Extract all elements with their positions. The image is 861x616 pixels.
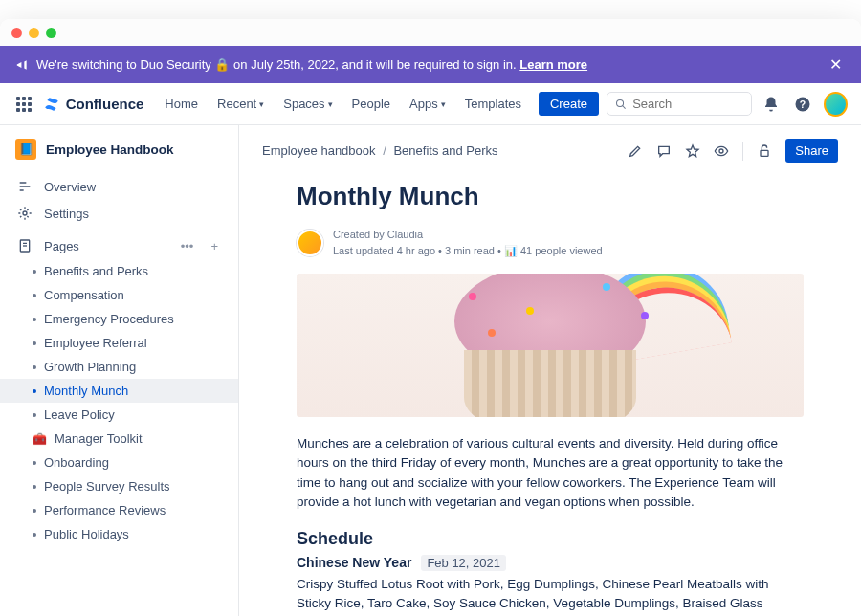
- schedule-heading: Schedule: [297, 529, 804, 549]
- product-name: Confluence: [66, 96, 144, 112]
- bullet-icon: [33, 341, 36, 345]
- content-header: Employee handbook / Benefits and Perks S…: [239, 125, 861, 170]
- nav-recent[interactable]: Recent▾: [210, 91, 272, 117]
- page-item-label: Benefits and Perks: [44, 264, 148, 278]
- help-button[interactable]: ?: [791, 92, 815, 117]
- close-window-button[interactable]: [11, 28, 22, 38]
- maximize-window-button[interactable]: [46, 28, 56, 38]
- sidebar: 📘 Employee Handbook Overview Settings Pa…: [0, 125, 239, 616]
- bullet-icon: [33, 270, 36, 274]
- create-button[interactable]: Create: [539, 92, 599, 116]
- page-item[interactable]: Monthly Munch: [0, 379, 238, 403]
- bullet-icon: [33, 533, 36, 537]
- pages-icon: [17, 238, 33, 253]
- nav-home[interactable]: Home: [157, 91, 206, 117]
- nav-templates[interactable]: Templates: [457, 91, 529, 117]
- nav-apps[interactable]: Apps▾: [402, 91, 453, 117]
- svg-line-1: [623, 105, 626, 108]
- chevron-down-icon: ▾: [259, 99, 264, 109]
- pages-more-button[interactable]: •••: [178, 239, 197, 253]
- page-item[interactable]: People Survey Results: [0, 474, 238, 498]
- page-item[interactable]: Performance Reviews: [0, 498, 238, 522]
- author-avatar[interactable]: [297, 230, 323, 256]
- page-item-label: Onboarding: [44, 455, 109, 470]
- page-item-label: Leave Policy: [44, 407, 115, 422]
- breadcrumb-item[interactable]: Employee handbook: [262, 143, 376, 158]
- event-row: Chinese New Year Feb 12, 2021: [297, 555, 804, 571]
- sidebar-settings[interactable]: Settings: [0, 200, 238, 227]
- page-item-label: People Survey Results: [44, 479, 170, 494]
- page-item-label: Employee Referral: [44, 336, 147, 350]
- sidebar-overview[interactable]: Overview: [0, 173, 238, 200]
- eye-icon: [714, 143, 729, 159]
- page-item[interactable]: Onboarding: [0, 451, 238, 474]
- page-item[interactable]: Growth Planning: [0, 355, 238, 379]
- page-item-label: Public Holidays: [44, 527, 129, 541]
- bullet-icon: [33, 485, 36, 489]
- page-emoji-icon: 🧰: [33, 432, 47, 446]
- nav-people[interactable]: People: [344, 91, 398, 117]
- page-item[interactable]: Public Holidays: [0, 522, 238, 546]
- comment-icon: [656, 143, 672, 159]
- hero-image: [297, 274, 804, 417]
- svg-point-7: [23, 211, 27, 215]
- intro-paragraph: Munches are a celebration of various cul…: [297, 434, 804, 512]
- page-item[interactable]: Benefits and Perks: [0, 259, 238, 283]
- pages-add-button[interactable]: +: [208, 239, 221, 253]
- page-item-label: Manager Toolkit: [55, 431, 143, 446]
- share-button[interactable]: Share: [785, 139, 838, 163]
- minimize-window-button[interactable]: [29, 28, 39, 38]
- event-description: Crispy Stuffed Lotus Root with Pork, Egg…: [297, 575, 804, 616]
- svg-point-0: [617, 99, 624, 106]
- page-item[interactable]: Leave Policy: [0, 403, 238, 427]
- star-icon: [685, 143, 700, 159]
- space-header[interactable]: 📘 Employee Handbook: [0, 125, 238, 173]
- page-item[interactable]: Emergency Procedures: [0, 307, 238, 331]
- search-box[interactable]: [607, 92, 752, 116]
- watch-button[interactable]: [710, 140, 733, 163]
- page-list: Benefits and PerksCompensationEmergency …: [0, 259, 238, 546]
- banner-text: We're switching to Duo Security 🔒 on Jul…: [36, 57, 818, 72]
- svg-point-13: [719, 149, 723, 153]
- svg-text:?: ?: [800, 98, 806, 109]
- comments-button[interactable]: [652, 140, 675, 163]
- page-item[interactable]: Employee Referral: [0, 331, 238, 355]
- breadcrumb-separator: /: [383, 143, 386, 158]
- chevron-down-icon: ▾: [441, 99, 446, 109]
- svg-rect-14: [761, 150, 768, 156]
- notifications-button[interactable]: [760, 92, 784, 117]
- page-item[interactable]: Compensation: [0, 283, 238, 307]
- sidebar-archived[interactable]: Archived pages: [0, 608, 238, 616]
- bullet-icon: [33, 509, 36, 513]
- divider: [742, 142, 743, 161]
- event-date: Feb 12, 2021: [421, 555, 506, 571]
- space-name: Employee Handbook: [46, 143, 174, 157]
- banner-close-button[interactable]: ✕: [826, 55, 846, 74]
- star-button[interactable]: [681, 140, 704, 163]
- user-avatar[interactable]: [824, 92, 848, 117]
- content-area: Employee handbook / Benefits and Perks S…: [239, 125, 861, 616]
- confluence-logo[interactable]: Confluence: [43, 96, 144, 113]
- breadcrumb: Employee handbook / Benefits and Perks: [262, 143, 498, 158]
- breadcrumb-item[interactable]: Benefits and Perks: [393, 143, 497, 158]
- restrictions-button[interactable]: [753, 140, 776, 163]
- created-by-text: Created by Claudia: [333, 227, 603, 243]
- edit-button[interactable]: [624, 140, 647, 163]
- page-item-label: Performance Reviews: [44, 503, 166, 517]
- event-name: Chinese New Year: [297, 555, 411, 570]
- bullet-icon: [33, 389, 36, 393]
- page-item[interactable]: 🧰Manager Toolkit: [0, 427, 238, 451]
- space-icon: 📘: [15, 139, 36, 160]
- search-input[interactable]: [632, 97, 743, 111]
- help-icon: ?: [794, 96, 811, 113]
- banner-learn-more-link[interactable]: Learn more: [519, 57, 587, 72]
- chevron-down-icon: ▾: [328, 99, 333, 109]
- app-switcher-button[interactable]: [13, 93, 35, 116]
- bullet-icon: [33, 294, 36, 297]
- overview-icon: [17, 179, 33, 194]
- bullet-icon: [33, 365, 36, 369]
- bullet-icon: [33, 461, 36, 465]
- nav-spaces[interactable]: Spaces▾: [276, 91, 340, 117]
- meta-text: Last updated 4 hr ago • 3 min read • 📊 4…: [333, 243, 603, 259]
- lock-open-icon: [757, 143, 772, 159]
